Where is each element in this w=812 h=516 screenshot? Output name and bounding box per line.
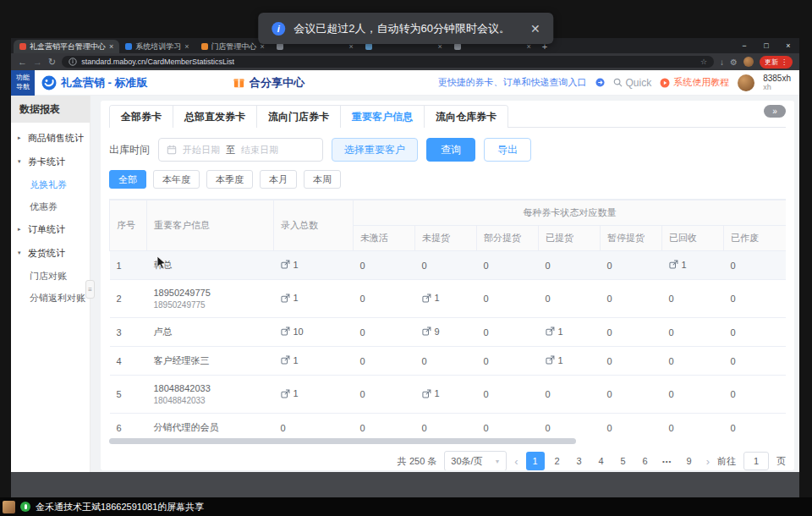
tabs-row: 全部券卡总部直发券卡流向门店券卡重要客户信息流向仓库券卡 » (109, 101, 786, 128)
content-tab[interactable]: 总部直发券卡 (173, 106, 257, 128)
count-detail-icon (281, 260, 290, 269)
quick-search[interactable]: Quick (613, 77, 652, 89)
pagination-page[interactable]: 3 (570, 452, 589, 470)
cell-status: 1 (415, 280, 477, 318)
count-link[interactable]: 1 (422, 293, 440, 303)
cell-index: 5 (110, 376, 147, 414)
table-row[interactable]: 3卢总100901000 (110, 318, 787, 347)
table-row[interactable]: 6分销代理的会员00000000 (110, 414, 787, 436)
pagination-page[interactable]: 9 (680, 452, 699, 470)
count-link[interactable]: 1 (546, 355, 563, 365)
cell-customer: 分销代理的会员 (147, 414, 274, 436)
count-zero: 0 (484, 327, 489, 338)
download-icon[interactable]: ↓ (720, 58, 724, 67)
close-button[interactable]: × (777, 38, 799, 53)
tab-close-icon[interactable]: × (109, 42, 113, 51)
count-zero: 0 (669, 327, 674, 338)
count-link[interactable]: 1 (281, 260, 299, 270)
user-info[interactable]: 8385xh xh (763, 74, 791, 92)
page-size-select[interactable]: 30条/页 ▼ (444, 451, 507, 470)
tab-close-icon[interactable]: × (184, 42, 189, 51)
forward-button[interactable]: → (33, 58, 42, 67)
table-row[interactable]: 1韩总10000010 (110, 251, 787, 280)
reload-button[interactable]: ↻ (48, 58, 56, 67)
tab-favicon-icon (19, 43, 26, 50)
browser-tab[interactable]: 礼盒营销平台管理中心× (14, 40, 119, 53)
content-tab[interactable]: 全部券卡 (110, 106, 173, 128)
pagination-page[interactable]: 5 (614, 452, 633, 470)
extensions-icon[interactable]: ⚙ (730, 58, 738, 67)
count-link[interactable]: 1 (422, 388, 440, 398)
quick-filter-chip[interactable]: 本季度 (206, 170, 253, 189)
maximize-button[interactable]: □ (755, 38, 777, 53)
bookmark-star-icon[interactable]: ☆ (700, 58, 707, 66)
browser-profile-avatar[interactable] (743, 57, 754, 67)
count-link[interactable]: 9 (422, 327, 440, 337)
share-center-link[interactable]: 合分享中心 (233, 75, 304, 91)
gift-icon (233, 76, 245, 89)
browser-tab[interactable]: 系统培训学习× (119, 40, 195, 53)
count-link[interactable]: 1 (281, 293, 299, 303)
scrollbar-thumb[interactable] (109, 438, 576, 444)
back-button[interactable]: ← (18, 58, 27, 67)
count-link[interactable]: 1 (546, 327, 563, 337)
pagination-page[interactable]: 2 (548, 452, 567, 470)
sidebar-item[interactable]: 分销返利对账 (11, 287, 90, 309)
count-zero: 0 (484, 261, 489, 271)
count-zero: 0 (422, 423, 427, 433)
content-tab[interactable]: 重要客户信息 (341, 106, 425, 128)
cell-total: 1 (274, 376, 354, 414)
pagination-page[interactable]: 6 (636, 452, 655, 470)
count-link[interactable]: 1 (669, 260, 687, 270)
minimize-button[interactable]: − (733, 38, 755, 53)
quick-entry-link[interactable]: 更快捷的券卡、订单和快递查询入口 (438, 76, 587, 89)
content-tab[interactable]: 流向门店券卡 (257, 106, 341, 128)
next-page-button[interactable]: › (706, 455, 710, 468)
prev-page-button[interactable]: ‹ (514, 455, 518, 468)
status-column-header: 已提货 (539, 226, 601, 251)
cell-status: 9 (415, 318, 477, 347)
total-count: 共 250 条 (398, 455, 436, 468)
table-row[interactable]: 5180488420331804884203310100000 (110, 376, 787, 414)
nav-toggle-button[interactable]: 功能 导航 (11, 70, 35, 96)
share-status-text: 金禾通技术王斌18662591081的屏幕共享 (36, 501, 204, 513)
pagination-page[interactable]: 4 (592, 452, 611, 470)
count-zero: 0 (360, 356, 365, 366)
content-tab[interactable]: 流向仓库券卡 (425, 106, 508, 128)
table-row[interactable]: 2189502497751895024977510100000 (110, 280, 787, 318)
date-range-picker[interactable]: 开始日期 至 结束日期 (158, 138, 323, 162)
pagination-page[interactable]: 1 (526, 452, 545, 470)
sidebar-group[interactable]: ▾券卡统计 (11, 150, 90, 173)
browser-update-badge[interactable]: 更新 ⋮ (760, 56, 793, 69)
caret-icon: ▸ (18, 134, 25, 141)
quick-filter-chip[interactable]: 全部 (109, 170, 146, 189)
tutorial-link[interactable]: 系统使用教程 (660, 76, 729, 89)
sidebar-group[interactable]: ▸商品销售统计 (11, 126, 90, 150)
goto-page-input[interactable] (743, 452, 769, 470)
address-bar[interactable]: standard.maboy.cn/CardMemberStatisticsLi… (62, 56, 714, 68)
count-link[interactable]: 10 (281, 327, 304, 337)
quick-filter-chip[interactable]: 本年度 (153, 170, 200, 189)
quick-filter-chip[interactable]: 本周 (304, 170, 341, 189)
count-link[interactable]: 1 (281, 388, 299, 398)
sidebar-resize-handle[interactable]: ≡ (85, 280, 95, 299)
cell-status: 0 (539, 376, 601, 414)
select-customer-button[interactable]: 选择重要客户 (332, 138, 418, 162)
sidebar-group[interactable]: ▸订单统计 (11, 217, 90, 241)
sidebar-item[interactable]: 优惠券 (11, 195, 90, 217)
export-button[interactable]: 导出 (484, 138, 531, 162)
toast-close-icon[interactable]: ✕ (530, 22, 540, 36)
user-avatar[interactable] (738, 74, 754, 91)
sidebar-group[interactable]: ▾发货统计 (11, 241, 90, 265)
search-button[interactable]: 查询 (426, 138, 475, 162)
tab-favicon-icon (454, 43, 461, 50)
sidebar-item[interactable]: 门店对账 (11, 265, 90, 287)
quick-filter-chip[interactable]: 本月 (260, 170, 297, 189)
count-link[interactable]: 1 (281, 355, 299, 365)
table-row[interactable]: 4客户经理张三10001000 (110, 347, 787, 376)
status-column-header: 暂停提货 (601, 226, 662, 251)
collapse-panel-button[interactable]: » (764, 105, 786, 118)
sidebar-item[interactable]: 兑换礼券 (11, 173, 90, 195)
cell-total: 1 (274, 251, 354, 280)
cell-status: 0 (539, 280, 601, 318)
